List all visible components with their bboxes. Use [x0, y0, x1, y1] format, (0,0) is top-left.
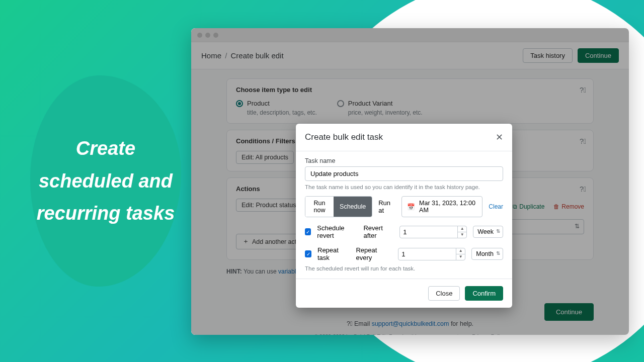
close-icon[interactable]: ✕: [496, 132, 503, 143]
task-name-label: Task name: [305, 157, 503, 164]
schedule-revert-label: Schedule revert: [317, 224, 357, 239]
schedule-revert-checkbox[interactable]: ✓: [305, 228, 311, 235]
modal-title: Create bulk edit task: [305, 132, 383, 142]
clear-date-link[interactable]: Clear: [489, 203, 503, 210]
revert-unit-select[interactable]: Week: [473, 226, 503, 238]
repeat-every-input[interactable]: [398, 248, 465, 260]
stepper-icon[interactable]: ▲▼: [456, 248, 465, 260]
revert-after-input[interactable]: [399, 226, 467, 238]
marketing-blob: Create scheduled and recurring tasks: [30, 75, 181, 287]
repeat-task-label: Repeat task: [317, 246, 350, 261]
repeat-every-label: Repeat every: [356, 246, 392, 261]
run-mode-segment: Run now Schedule: [305, 196, 372, 217]
revert-after-label: Revert after: [363, 224, 393, 239]
marketing-headline: Create scheduled and recurring tasks: [30, 132, 181, 230]
stepper-icon[interactable]: ▲▼: [457, 226, 466, 238]
task-name-input[interactable]: [305, 166, 503, 181]
task-name-note: The task name is used so you can identif…: [305, 184, 503, 190]
run-at-label: Run at: [378, 199, 395, 214]
repeat-note: The scheduled revert will run for each t…: [305, 265, 503, 272]
repeat-unit-select[interactable]: Month: [471, 248, 503, 260]
calendar-icon: 📅: [407, 203, 415, 211]
create-task-modal: Create bulk edit task ✕ Task name The ta…: [296, 124, 512, 308]
schedule-tab[interactable]: Schedule: [334, 197, 372, 217]
confirm-button[interactable]: Confirm: [465, 286, 503, 301]
run-at-datepicker[interactable]: 📅 Mar 31, 2023, 12:00 AM: [401, 196, 482, 217]
close-button[interactable]: Close: [428, 286, 460, 301]
run-now-tab[interactable]: Run now: [305, 197, 334, 217]
repeat-task-checkbox[interactable]: ✓: [305, 250, 311, 257]
